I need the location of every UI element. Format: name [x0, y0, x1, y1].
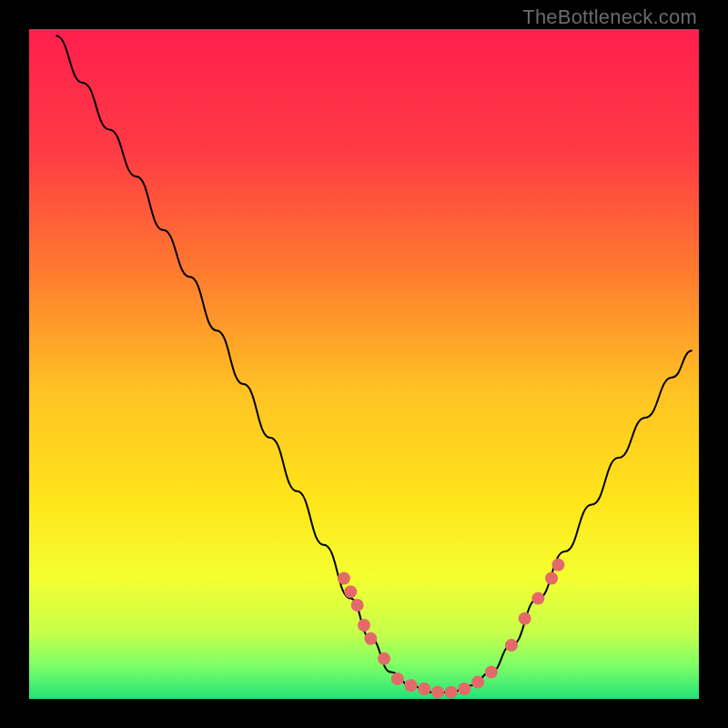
marker-point — [405, 679, 418, 692]
marker-point — [391, 672, 404, 685]
marker-point — [505, 639, 518, 652]
marker-point — [458, 682, 470, 695]
chart-frame: TheBottleneck.com — [0, 0, 728, 728]
marker-point — [551, 559, 564, 571]
chart-svg — [29, 29, 699, 699]
marker-point — [338, 572, 350, 585]
marker-point — [431, 686, 444, 699]
marker-point — [471, 676, 484, 689]
gradient-background — [29, 29, 699, 699]
marker-point — [531, 592, 544, 605]
plot-area — [29, 29, 699, 699]
marker-point — [445, 686, 458, 699]
watermark-text: TheBottleneck.com — [522, 5, 697, 29]
marker-point — [364, 632, 377, 645]
marker-point — [418, 682, 430, 695]
marker-point — [344, 585, 357, 598]
marker-point — [358, 619, 370, 632]
marker-point — [545, 572, 558, 585]
marker-point — [378, 652, 390, 665]
marker-point — [485, 666, 498, 679]
marker-point — [351, 599, 364, 612]
marker-point — [519, 612, 531, 625]
